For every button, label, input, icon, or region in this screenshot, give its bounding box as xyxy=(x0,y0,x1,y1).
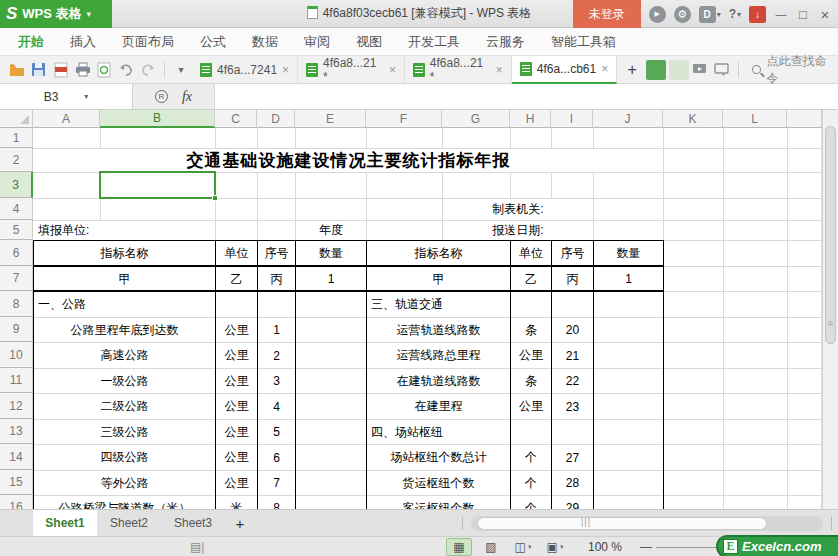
open-file-icon[interactable] xyxy=(6,59,28,81)
close-tab-icon[interactable]: × xyxy=(496,63,503,77)
row-header-4[interactable]: 4 xyxy=(0,198,33,220)
indicator-name-cell[interactable]: 四级公路 xyxy=(34,445,215,470)
unit-cell[interactable]: 公里 xyxy=(216,445,257,470)
download-icon[interactable] xyxy=(749,6,766,23)
maximize-button[interactable] xyxy=(796,7,810,22)
column-header-partial[interactable] xyxy=(787,110,822,128)
indicator-name-cell[interactable]: 一级公路 xyxy=(34,369,215,393)
unit-cell[interactable]: 公里 xyxy=(216,369,257,393)
chevron-down-icon[interactable] xyxy=(87,9,92,19)
unit-cell[interactable]: 个 xyxy=(511,496,551,509)
seq-cell[interactable]: 8 xyxy=(258,496,295,509)
indicator-name-cell[interactable]: 场站枢纽个数总计 xyxy=(367,445,510,470)
row-header-1[interactable]: 1 xyxy=(0,128,33,148)
zoom-search-icon[interactable]: R xyxy=(155,90,168,103)
seq-cell[interactable]: 2 xyxy=(258,343,295,368)
unit-cell[interactable]: 公里 xyxy=(216,318,257,342)
filler-label[interactable]: 填报单位: xyxy=(34,221,215,240)
skin-theme-icon[interactable] xyxy=(699,6,716,23)
fill-handle[interactable] xyxy=(212,195,218,201)
print-icon[interactable] xyxy=(72,59,94,81)
table-header-cell[interactable]: 数量 xyxy=(594,241,663,266)
indicator-name-cell[interactable]: 运营轨道线路数 xyxy=(367,318,510,342)
selected-cell-b3[interactable] xyxy=(99,171,216,199)
table-subheader-cell[interactable]: 乙 xyxy=(216,267,257,291)
sheet-title[interactable]: 交通基础设施建设情况主要统计指标年报 xyxy=(34,149,663,172)
add-sheet-button[interactable]: + xyxy=(225,510,255,536)
table-subheader-cell[interactable]: 1 xyxy=(296,267,366,291)
page-break-view-button[interactable]: ▨ xyxy=(478,538,504,556)
table-subheader-cell[interactable]: 丙 xyxy=(552,267,593,291)
unit-cell[interactable]: 公里 xyxy=(216,420,257,444)
zoom-out-icon[interactable]: — xyxy=(640,540,652,554)
maker-label[interactable]: 制表机关: xyxy=(443,199,593,220)
date-label[interactable]: 报送日期: xyxy=(443,221,593,240)
sheet-tab-sheet3[interactable]: Sheet3 xyxy=(161,510,225,536)
column-header-F[interactable]: F xyxy=(366,110,442,128)
unit-cell[interactable]: 公里 xyxy=(216,471,257,495)
section-row[interactable]: 四、场站枢纽 xyxy=(367,420,510,444)
table-subheader-cell[interactable]: 甲 xyxy=(367,267,510,291)
indicator-name-cell[interactable]: 货运枢纽个数 xyxy=(367,471,510,495)
column-header-H[interactable]: H xyxy=(510,110,551,128)
doc-tab-3[interactable]: 4f6a8...21 *× xyxy=(405,56,512,84)
row-header-16[interactable]: 16 xyxy=(0,495,33,509)
toolbar-more-icon[interactable] xyxy=(170,59,192,81)
save-icon[interactable] xyxy=(28,59,50,81)
menu-cloud[interactable]: 云服务 xyxy=(486,33,525,51)
table-subheader-cell[interactable]: 甲 xyxy=(34,267,215,291)
minimize-button[interactable] xyxy=(774,8,788,20)
vertical-scrollbar[interactable]: ≡ xyxy=(822,110,838,509)
column-header-K[interactable]: K xyxy=(663,110,723,128)
redo-icon[interactable] xyxy=(137,59,159,81)
seq-cell[interactable]: 1 xyxy=(258,318,295,342)
row-header-6[interactable]: 6 xyxy=(0,240,33,266)
name-box[interactable]: B3 xyxy=(0,84,133,109)
close-tab-icon[interactable]: × xyxy=(282,63,289,77)
doc-tab-1[interactable]: 4f6a...7241× xyxy=(192,56,298,84)
menu-insert[interactable]: 插入 xyxy=(70,33,96,51)
table-header-cell[interactable]: 序号 xyxy=(552,241,593,266)
table-subheader-cell[interactable]: 丙 xyxy=(258,267,295,291)
row-header-10[interactable]: 10 xyxy=(0,342,33,368)
wps-logo[interactable]: S WPS 表格 xyxy=(0,0,112,28)
community-icon[interactable] xyxy=(649,6,666,23)
table-header-cell[interactable]: 序号 xyxy=(258,241,295,266)
formula-input[interactable] xyxy=(215,84,838,109)
column-header-C[interactable]: C xyxy=(215,110,257,128)
indicator-name-cell[interactable]: 三级公路 xyxy=(34,420,215,444)
unit-cell[interactable]: 个 xyxy=(511,471,551,495)
unit-cell[interactable]: 条 xyxy=(511,369,551,393)
unit-cell[interactable]: 公里 xyxy=(216,394,257,419)
menu-review[interactable]: 审阅 xyxy=(304,33,330,51)
row-header-14[interactable]: 14 xyxy=(0,444,33,470)
row-header-2[interactable]: 2 xyxy=(0,148,33,172)
menu-developer[interactable]: 开发工具 xyxy=(408,33,460,51)
row-header-5[interactable]: 5 xyxy=(0,220,33,240)
indicator-name-cell[interactable]: 在建里程 xyxy=(367,394,510,419)
seq-cell[interactable]: 20 xyxy=(552,318,593,342)
menu-formulas[interactable]: 公式 xyxy=(200,33,226,51)
row-header-11[interactable]: 11 xyxy=(0,368,33,393)
seq-cell[interactable]: 28 xyxy=(552,471,593,495)
print-preview-icon[interactable] xyxy=(94,59,116,81)
hscroll-track[interactable]: ||| xyxy=(471,516,823,531)
sheet-options-icon[interactable]: ▤| xyxy=(190,540,204,554)
seq-cell[interactable]: 4 xyxy=(258,394,295,419)
indicator-name-cell[interactable]: 公路桥梁与隧道数（米） xyxy=(34,496,215,509)
hscroll-thumb[interactable] xyxy=(477,517,767,530)
scroll-up-icon[interactable] xyxy=(823,112,838,124)
seq-cell[interactable]: 27 xyxy=(552,445,593,470)
reading-view-button[interactable]: ▣ xyxy=(542,538,568,556)
close-button[interactable] xyxy=(818,6,832,23)
menu-data[interactable]: 数据 xyxy=(252,33,278,51)
seq-cell[interactable]: 7 xyxy=(258,471,295,495)
row-header-9[interactable]: 9 xyxy=(0,317,33,342)
indicator-name-cell[interactable]: 客运枢纽个数 xyxy=(367,496,510,509)
normal-view-button[interactable]: ▦ xyxy=(446,538,472,556)
sheet-tab-sheet1[interactable]: Sheet1 xyxy=(33,510,97,536)
table-header-cell[interactable]: 数量 xyxy=(296,241,366,266)
column-header-A[interactable]: A xyxy=(33,110,100,128)
login-button[interactable]: 未登录 xyxy=(573,0,641,28)
menu-home[interactable]: 开始 xyxy=(18,33,44,51)
